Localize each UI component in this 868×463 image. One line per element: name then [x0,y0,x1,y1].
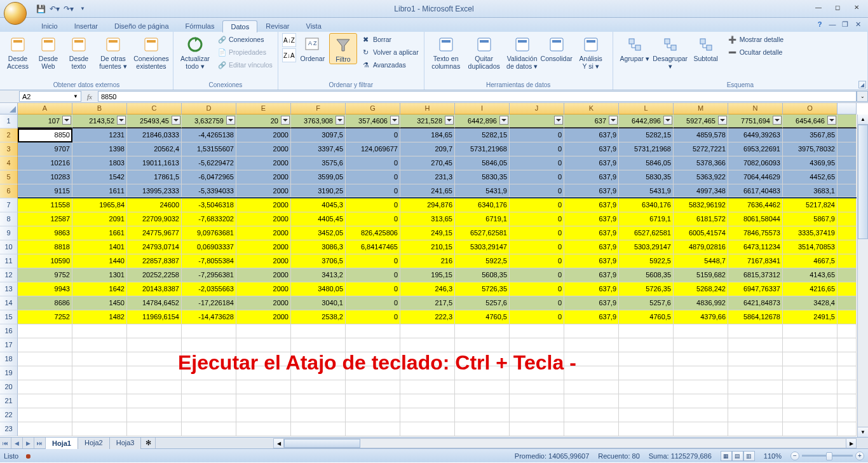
col-header-G[interactable]: G [346,103,400,114]
macro-record-icon[interactable]: ⏺ [25,452,32,460]
avanzadas-item[interactable]: ⚗Avanzadas [360,59,420,71]
cell[interactable]: 0,06903337 [182,240,236,254]
row-header-7[interactable]: 7 [0,198,18,212]
filter-dropdown-icon[interactable] [827,116,836,125]
cell[interactable] [291,394,346,408]
cell[interactable]: 6473,11234 [728,240,783,254]
scroll-left-icon[interactable]: ◀ [274,439,284,448]
cell[interactable]: 313,65 [400,212,455,226]
filter-dropdown-icon[interactable] [336,116,344,125]
filter-dropdown-icon[interactable] [773,116,782,125]
sheet-tab-hoja2[interactable]: Hoja2 [78,438,110,449]
cell[interactable]: 1482 [72,310,127,324]
name-box[interactable]: A2 ▼ [19,91,81,102]
volver-aplicar-item[interactable]: ↻Volver a aplicar [360,46,420,59]
cell[interactable] [400,422,455,436]
cell[interactable] [236,380,291,394]
row-header-20[interactable]: 20 [0,380,18,394]
cell[interactable]: 0 [346,310,400,324]
cell[interactable] [510,394,564,408]
zoom-out-icon[interactable]: − [790,452,799,460]
cell[interactable] [182,422,236,436]
scroll-down-icon[interactable]: ▼ [858,427,868,437]
cell[interactable]: 2000 [236,240,291,254]
close-workbook-icon[interactable]: ✕ [853,19,863,29]
cell[interactable] [455,324,510,338]
cell[interactable]: 4379,66 [674,310,728,324]
cell[interactable] [72,380,127,394]
cell[interactable] [674,408,728,422]
agrupar-button[interactable]: Agrupar ▾ [617,33,653,70]
cell[interactable]: 6449,39263 [728,128,783,142]
conexiones-item[interactable]: 🔗Conexiones [215,33,274,46]
cell[interactable]: 5268,242 [674,282,728,296]
cell[interactable]: 5830,35 [619,170,674,184]
ordenar-button[interactable]: A Z Ordenar [299,33,327,63]
filter-dropdown-icon[interactable] [663,116,672,125]
minimize-ribbon-icon[interactable]: — [827,19,837,29]
cell[interactable]: 5378,366 [674,156,728,170]
cell[interactable] [728,394,783,408]
cell[interactable] [18,394,72,408]
cell[interactable]: 5363,922 [674,170,728,184]
cell[interactable]: 0 [510,184,564,197]
cell[interactable] [182,324,236,338]
cell[interactable]: 3575,6 [291,156,346,170]
cell[interactable]: 6953,22691 [728,142,783,156]
row-header-22[interactable]: 22 [0,408,18,422]
cell[interactable]: -4,4265138 [182,128,236,142]
cell[interactable]: 3452,05 [291,226,346,240]
cell[interactable]: 2000 [236,128,291,142]
cell[interactable]: 7751,694 [728,114,783,128]
cell[interactable]: 217,5 [400,296,455,310]
row-header-14[interactable]: 14 [0,296,18,310]
cell[interactable]: 3086,3 [291,240,346,254]
cell[interactable]: 3683,1 [783,184,837,197]
cell[interactable] [510,324,564,338]
cell[interactable]: 6947,76337 [728,282,783,296]
row-header-5[interactable]: 5 [0,170,18,184]
cell[interactable] [674,394,728,408]
cell[interactable]: 6719,1 [455,212,510,226]
cell[interactable]: 2000 [236,142,291,156]
restore-window-icon[interactable]: ❐ [840,19,850,29]
row-header-1[interactable]: 1 [0,114,18,128]
cell[interactable]: 5864,12678 [728,310,783,324]
cell[interactable]: 4452,65 [783,170,837,184]
cell[interactable] [127,422,182,436]
cell[interactable]: -14,473628 [182,310,236,324]
desde-button[interactable]: Desde Web [34,33,62,70]
cell[interactable]: 7636,4462 [728,198,783,212]
cell[interactable] [783,380,837,394]
scroll-right-icon[interactable]: ▶ [846,439,856,448]
cell[interactable]: 294,876 [400,198,455,212]
cell[interactable]: 826,425806 [346,226,400,240]
cell[interactable] [674,352,728,366]
row-header-12[interactable]: 12 [0,268,18,282]
cell[interactable]: 8850 [18,128,72,142]
tab-insertar[interactable]: Insertar [66,20,106,32]
cell[interactable] [619,422,674,436]
close-button[interactable]: ✕ [848,1,865,13]
col-header-C[interactable]: C [127,103,182,114]
cell[interactable]: 3397,45 [291,142,346,156]
row-header-3[interactable]: 3 [0,142,18,156]
cell[interactable]: 5257,6 [619,296,674,310]
cell[interactable]: 5282,15 [619,128,674,142]
cell[interactable] [346,422,400,436]
cell[interactable]: 20 [236,114,291,128]
cell[interactable] [18,352,72,366]
zoom-in-icon[interactable]: + [855,452,864,460]
cell[interactable]: 8686 [18,296,72,310]
quitar-button[interactable]: Quitar duplicados [466,33,502,70]
col-header-L[interactable]: L [619,103,674,114]
sheet-nav-prev-icon[interactable]: ◀ [11,438,23,448]
zoom-percent[interactable]: 110% [764,452,782,460]
cell[interactable]: 3763,908 [291,114,346,128]
cell[interactable]: -3,5046318 [182,198,236,212]
cell[interactable]: 1611 [72,184,127,197]
cell[interactable]: 3567,85 [783,128,837,142]
cell[interactable]: 22857,8387 [127,254,182,268]
cell[interactable]: 9,09763681 [182,226,236,240]
col-header-D[interactable]: D [182,103,236,114]
